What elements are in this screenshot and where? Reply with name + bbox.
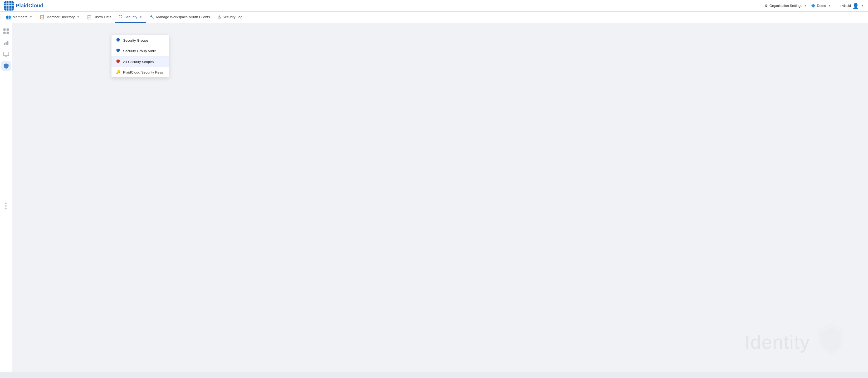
plaidcloud-security-keys-label: PlaidCloud Security Keys: [123, 70, 163, 74]
svg-rect-10: [3, 32, 5, 34]
org-settings-label: Organization Settings: [770, 4, 802, 8]
security-log-label: Security Log: [223, 15, 242, 19]
nav-item-security[interactable]: 🛡 Security ▼: [115, 11, 146, 23]
dot-row: [5, 202, 7, 202]
manage-workspace-label: Manage Workspace oAuth Clients: [156, 15, 210, 19]
top-right: ⚙ Organization Settings ▼ 🔷 Demo ▼ Invis…: [765, 3, 864, 9]
watermark-shield-icon: [815, 322, 847, 362]
sidebar: [0, 23, 12, 378]
user-area[interactable]: Inviscid 👤 ▼: [840, 3, 864, 9]
manage-workspace-icon: 🔧: [149, 14, 155, 20]
security-dropdown: Security Groups Security Group Audit All…: [111, 35, 169, 78]
demo-icon: 🔷: [811, 4, 815, 8]
svg-rect-11: [7, 32, 9, 34]
dot-row: [5, 206, 7, 207]
nav-item-manage-workspace[interactable]: 🔧 Manage Workspace oAuth Clients: [146, 11, 214, 23]
members-chevron: ▼: [30, 16, 32, 19]
distro-lists-icon: 📋: [87, 14, 92, 20]
security-log-icon: ⚠: [217, 14, 221, 20]
dropdown-section-3: 🔑 PlaidCloud Security Keys: [112, 67, 169, 77]
security-chevron: ▼: [140, 16, 142, 19]
dot-row: [5, 205, 7, 206]
sidebar-item-analytics[interactable]: [1, 38, 11, 48]
nav-item-members[interactable]: 👥 Members ▼: [2, 11, 36, 23]
org-settings-button[interactable]: ⚙ Organization Settings ▼: [765, 4, 807, 8]
plaidcloud-security-keys-icon: 🔑: [116, 70, 120, 75]
resize-handle[interactable]: [4, 201, 8, 325]
all-security-scopes-icon: [116, 59, 120, 64]
header-divider: [835, 3, 835, 8]
svg-rect-13: [5, 42, 7, 45]
distro-lists-label: Distro Lists: [94, 15, 111, 19]
security-groups-label: Security Groups: [123, 38, 149, 42]
demo-button[interactable]: 🔷 Demo ▼: [811, 4, 831, 8]
members-label: Members: [13, 15, 27, 19]
security-group-audit-label: Security Group Audit: [123, 49, 156, 53]
logo-text: PlaidCloud: [16, 3, 43, 9]
dropdown-section-1: Security Groups Security Group Audit: [112, 35, 169, 56]
dot-row: [5, 209, 7, 210]
dropdown-item-all-security-scopes[interactable]: All Security Scopes: [112, 56, 169, 67]
user-chevron: ▼: [861, 4, 864, 7]
member-directory-chevron: ▼: [77, 16, 79, 19]
members-icon: 👥: [6, 14, 11, 20]
org-settings-chevron: ▼: [804, 4, 807, 7]
svg-rect-14: [7, 40, 8, 45]
dot-row: [5, 208, 7, 209]
watermark-text: Identity: [745, 331, 810, 353]
status-bar: [0, 372, 868, 378]
svg-rect-9: [7, 28, 9, 31]
nav-item-security-log[interactable]: ⚠ Security Log: [214, 11, 246, 23]
security-group-audit-icon: [116, 48, 120, 54]
watermark: Identity: [745, 322, 847, 362]
svg-rect-8: [3, 28, 5, 31]
nav-item-member-directory[interactable]: 📋 Member Directory ▼: [36, 11, 83, 23]
demo-chevron: ▼: [828, 4, 831, 7]
dot-row: [5, 203, 7, 204]
dropdown-item-security-group-audit[interactable]: Security Group Audit: [112, 46, 169, 56]
svg-rect-15: [3, 52, 9, 56]
user-label: Inviscid: [840, 4, 851, 8]
nav-item-distro-lists[interactable]: 📋 Distro Lists: [83, 11, 115, 23]
logo-area: PlaidCloud: [4, 1, 43, 10]
dropdown-item-security-groups[interactable]: Security Groups: [112, 35, 169, 46]
security-label: Security: [124, 15, 137, 19]
nav-bar: 👥 Members ▼ 📋 Member Directory ▼ 📋 Distr…: [0, 11, 868, 23]
demo-label: Demo: [817, 4, 826, 8]
security-groups-icon: [116, 38, 120, 43]
top-bar: PlaidCloud ⚙ Organization Settings ▼ 🔷 D…: [0, 0, 868, 11]
dropdown-section-2: All Security Scopes: [112, 56, 169, 67]
member-directory-icon: 📋: [39, 14, 45, 20]
user-avatar-icon: 👤: [852, 3, 859, 9]
logo-icon: [4, 1, 14, 10]
all-security-scopes-label: All Security Scopes: [123, 60, 154, 64]
svg-rect-12: [4, 43, 5, 45]
sidebar-item-grid[interactable]: [1, 26, 11, 36]
security-icon: 🛡: [119, 14, 123, 19]
sidebar-item-monitor[interactable]: [1, 50, 11, 59]
org-settings-icon: ⚙: [765, 4, 768, 8]
member-directory-label: Member Directory: [46, 15, 74, 19]
sidebar-item-security[interactable]: [1, 61, 11, 71]
dropdown-item-plaidcloud-security-keys[interactable]: 🔑 PlaidCloud Security Keys: [112, 67, 169, 77]
